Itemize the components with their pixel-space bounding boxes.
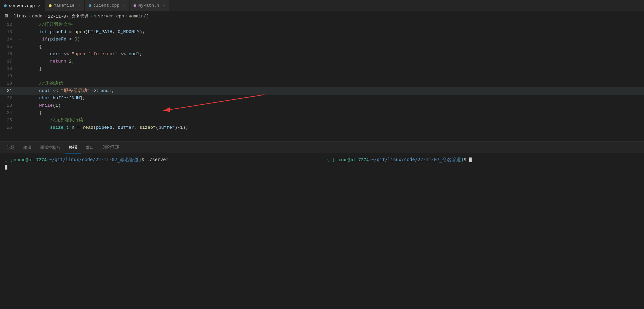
line-num-19: 19: [0, 73, 17, 80]
tab-dot-mypath-h: [134, 4, 136, 7]
line-num-14: 14: [0, 36, 17, 43]
tab-close-server-cpp[interactable]: ✕: [38, 3, 41, 8]
code-line-14: 14 ▾ if(pipeFd < 0): [0, 36, 644, 43]
terminal-left-dollar: $: [141, 157, 147, 162]
tab-close-makefile[interactable]: ✕: [78, 3, 80, 8]
terminal-pane-left[interactable]: ○ [muxue@bt-7274:~/git/linux/code/22-11-…: [0, 153, 322, 309]
terminal-pane-right[interactable]: ○ [muxue@bt-7274:~/git/linux/code/22-11-…: [322, 153, 644, 309]
code-line-21: 21 cout << "服务器启动" << endl;: [0, 87, 644, 95]
tab-client-cpp[interactable]: client.cpp ✕: [85, 0, 130, 11]
terminal-left-cursor: [5, 165, 7, 170]
tab-server-cpp[interactable]: server.cpp ✕: [0, 0, 45, 11]
terminal-panel: 问题 输出 调试控制台 终端 端口 JUPYTER ○ [muxue@bt-72…: [0, 141, 644, 309]
breadcrumb: 🖥 › linux › code › 22-11-07_命名管道 › ⊙ ser…: [0, 12, 644, 21]
breadcrumb-sep4: ›: [90, 14, 93, 19]
line-content-16: cerr << "open fifo error" << endl;: [17, 50, 644, 58]
breadcrumb-file-icon: ⊙: [94, 14, 97, 19]
line-content-22: char buffer[NUM];: [17, 95, 644, 102]
breadcrumb-icon: 🖥: [4, 14, 8, 19]
terminal-left-cursor-line: [5, 164, 317, 170]
breadcrumb-func[interactable]: main(): [133, 14, 149, 19]
line-num-21: 21: [0, 87, 17, 95]
term-tab-problems-label: 问题: [7, 145, 15, 150]
terminal-right-cursor: [469, 158, 472, 162]
term-tab-jupyter[interactable]: JUPYTER: [98, 142, 123, 153]
line-num-26: 26: [0, 124, 17, 131]
tab-dot-server-cpp: [4, 4, 7, 7]
terminal-tabs: 问题 输出 调试控制台 终端 端口 JUPYTER: [0, 142, 644, 153]
code-line-23: 23 while(1): [0, 102, 644, 109]
line-content-12: //打开管道文件: [17, 21, 644, 28]
line-num-24: 24: [0, 109, 17, 117]
term-tab-debug[interactable]: 调试控制台: [36, 142, 64, 153]
line-content-24: {: [17, 109, 644, 117]
breadcrumb-sep3: ›: [44, 14, 47, 19]
line-num-25: 25: [0, 117, 17, 124]
breadcrumb-sep2: ›: [28, 14, 31, 19]
line-content-25: //服务端执行读: [17, 117, 644, 124]
breadcrumb-code[interactable]: code: [32, 14, 43, 19]
fold-icon-14[interactable]: ▾: [18, 36, 20, 43]
terminal-left-circle: ○: [5, 157, 10, 162]
term-tab-ports-label: 端口: [86, 145, 94, 150]
tab-bar: server.cpp ✕ Makefile ✕ client.cpp ✕ MyP…: [0, 0, 644, 12]
code-lines: 12 //打开管道文件 13 int pipeFd = open(FILE_PA…: [0, 21, 644, 131]
tab-label-mypath-h: MyPath.h: [138, 3, 159, 8]
line-content-26: ssize_t n = read(pipeFd, buffer, sizeof(…: [17, 124, 644, 131]
line-num-17: 17: [0, 58, 17, 65]
code-line-17: 17 return 2;: [0, 58, 644, 65]
terminal-right-path: ~/git/linux/code/22-11-07_命名管道: [372, 157, 461, 162]
terminal-right-dollar: $: [464, 157, 469, 162]
tab-label-client-cpp: client.cpp: [93, 3, 119, 8]
breadcrumb-func-icon: ⊕: [129, 14, 132, 19]
line-content-18: }: [17, 65, 644, 73]
editor-area[interactable]: 12 //打开管道文件 13 int pipeFd = open(FILE_PA…: [0, 21, 644, 141]
terminal-body[interactable]: ○ [muxue@bt-7274:~/git/linux/code/22-11-…: [0, 153, 644, 309]
breadcrumb-folder[interactable]: 22-11-07_命名管道: [48, 13, 89, 19]
terminal-right-bracket: ]: [461, 157, 464, 162]
code-line-25: 25 //服务端执行读: [0, 117, 644, 124]
tab-label-makefile: Makefile: [54, 3, 74, 8]
line-num-15: 15: [0, 43, 17, 50]
breadcrumb-sep1: ›: [10, 14, 12, 19]
breadcrumb-linux[interactable]: linux: [14, 14, 27, 19]
breadcrumb-file[interactable]: server.cpp: [98, 14, 124, 19]
term-tab-terminal[interactable]: 终端: [65, 142, 81, 153]
terminal-left-user: [muxue@bt-7274:: [10, 157, 49, 162]
line-content-17: return 2;: [17, 58, 644, 65]
terminal-right-user: [muxue@bt-7274:: [332, 157, 371, 162]
tab-dot-makefile: [49, 4, 52, 7]
term-tab-output-label: 输出: [23, 145, 31, 150]
terminal-left-command: ./server: [147, 157, 168, 162]
tab-close-mypath-h[interactable]: ✕: [163, 3, 165, 8]
terminal-right-circle: ○: [327, 157, 332, 162]
code-line-19: 19: [0, 73, 644, 80]
tab-makefile[interactable]: Makefile ✕: [45, 0, 85, 11]
code-line-12: 12 //打开管道文件: [0, 21, 644, 28]
line-num-12: 12: [0, 21, 17, 28]
line-num-20: 20: [0, 80, 17, 87]
tab-label-server-cpp: server.cpp: [9, 3, 35, 8]
code-line-22: 22 char buffer[NUM];: [0, 95, 644, 102]
term-tab-debug-label: 调试控制台: [40, 145, 60, 150]
term-tab-terminal-label: 终端: [69, 144, 77, 150]
line-content-13: int pipeFd = open(FILE_PATH, O_RDONLY);: [17, 28, 644, 36]
code-line-15: 15 {: [0, 43, 644, 50]
line-num-22: 22: [0, 95, 17, 102]
line-content-23: while(1): [17, 102, 644, 109]
line-num-23: 23: [0, 102, 17, 109]
term-tab-output[interactable]: 输出: [19, 142, 35, 153]
term-tab-problems[interactable]: 问题: [3, 142, 19, 153]
tab-close-client-cpp[interactable]: ✕: [123, 3, 125, 8]
line-num-18: 18: [0, 65, 17, 73]
line-content-21: cout << "服务器启动" << endl;: [17, 87, 644, 95]
tab-mypath-h[interactable]: MyPath.h ✕: [130, 0, 169, 11]
code-line-26: 26 ssize_t n = read(pipeFd, buffer, size…: [0, 124, 644, 131]
line-num-13: 13: [0, 28, 17, 36]
term-tab-ports[interactable]: 端口: [82, 142, 98, 153]
line-content-20: //开始通信: [17, 80, 644, 87]
terminal-right-prompt-line: ○ [muxue@bt-7274:~/git/linux/code/22-11-…: [327, 157, 640, 163]
line-content-15: {: [17, 43, 644, 50]
code-line-13: 13 int pipeFd = open(FILE_PATH, O_RDONLY…: [0, 28, 644, 36]
term-tab-jupyter-label: JUPYTER: [102, 145, 119, 150]
